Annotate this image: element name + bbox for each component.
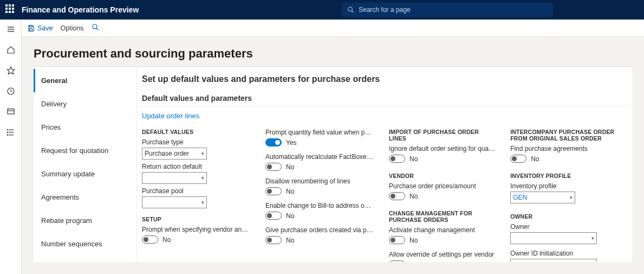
svg-point-14 (7, 135, 8, 135)
prompt-vendor-toggle[interactable] (142, 235, 158, 244)
top-nav: Finance and Operations Preview (0, 0, 644, 20)
col-default-values: DEFAULT VALUES Purchase type Purchase or… (142, 125, 250, 262)
find-pa-toggle[interactable] (510, 155, 526, 163)
owner-init-label: Owner ID initialization (510, 250, 627, 257)
tab-summary-update[interactable]: Summary update (34, 162, 136, 186)
save-button[interactable]: Save (27, 24, 53, 32)
auto-recalc-label: Automatically recalculate FactBoxes … (265, 153, 374, 161)
content-card: General Delivery Prices Request for quot… (34, 66, 632, 262)
svg-point-12 (7, 130, 8, 130)
prompt-qty-toggle[interactable] (265, 138, 282, 146)
group-inventory-profile: INVENTORY PROFILE (510, 173, 627, 179)
page-title: Procurement and sourcing parameters (34, 47, 632, 61)
purchase-pool-select[interactable]: ▾ (142, 196, 207, 208)
activate-cm-value: No (409, 237, 418, 244)
chevron-down-icon: ▾ (570, 195, 573, 200)
prompt-qty-label: Prompt quantity field value when p… (265, 129, 374, 136)
auto-recalc-toggle[interactable] (265, 163, 282, 171)
svg-line-18 (96, 28, 98, 30)
tab-agreements[interactable]: Agreements (34, 186, 136, 209)
owner-init-select[interactable]: Do not initialize ▾ (510, 259, 597, 262)
find-pa-value: No (531, 155, 539, 163)
star-icon[interactable] (4, 64, 17, 77)
brand-title: Finance and Operations Preview (22, 5, 139, 14)
search-icon (347, 6, 354, 14)
activate-cm-label: Activate change management (389, 226, 495, 234)
tab-number-sequences[interactable]: Number sequences (34, 232, 136, 256)
svg-rect-15 (30, 25, 32, 27)
tab-general[interactable]: General (34, 69, 136, 92)
po-prices-value: No (409, 193, 418, 200)
prompt-vendor-value: No (162, 236, 171, 244)
chevron-down-icon: ▾ (201, 151, 204, 156)
owner-init-value: Do not initialize (513, 261, 557, 262)
activate-cm-toggle[interactable] (389, 236, 405, 244)
group-import: IMPORT OF PURCHASE ORDER LINES (389, 129, 495, 142)
enable-billto-toggle[interactable] (265, 212, 282, 220)
action-bar: Save Options (22, 20, 644, 37)
tab-rebate[interactable]: Rebate program (34, 209, 136, 232)
owner-label: Owner (510, 223, 627, 231)
group-default-values: DEFAULT VALUES (142, 129, 250, 135)
purchase-pool-label: Purchase pool (142, 187, 250, 195)
purchase-type-value: Purchase order (145, 150, 189, 157)
tab-rfq[interactable]: Request for quotation (34, 139, 136, 162)
home-icon[interactable] (4, 43, 17, 56)
auto-recalc-value: No (286, 163, 294, 171)
po-prices-label: Purchase order prices/amount (389, 182, 495, 190)
group-owner: OWNER (510, 213, 627, 220)
col-middle: Prompt quantity field value when p… Yes … (265, 125, 374, 262)
ignore-default-toggle[interactable] (389, 155, 405, 163)
tab-delivery[interactable]: Delivery (34, 92, 136, 116)
prompt-qty-value: Yes (286, 139, 297, 146)
give-po-toggle[interactable] (265, 236, 282, 244)
left-rail (0, 20, 22, 274)
vertical-tabs: General Delivery Prices Request for quot… (34, 67, 136, 262)
return-action-label: Return action default (142, 163, 250, 170)
disallow-renum-toggle[interactable] (265, 187, 282, 195)
global-search[interactable] (342, 3, 553, 17)
return-action-select[interactable]: ▾ (142, 172, 207, 184)
prompt-vendor-label: Prompt when specifying vendor and… (142, 226, 250, 233)
group-setup: SETUP (142, 216, 250, 222)
svg-marker-5 (7, 67, 14, 74)
svg-point-13 (7, 132, 8, 132)
form-pane: Set up default values and parameters for… (136, 67, 632, 262)
svg-line-1 (352, 11, 353, 12)
ignore-default-value: No (409, 155, 418, 163)
app-launcher-icon[interactable] (5, 4, 16, 15)
inv-profile-select[interactable]: GEN ▾ (510, 192, 575, 203)
save-icon (27, 24, 35, 32)
page-header: Procurement and sourcing parameters (22, 37, 644, 66)
modules-icon[interactable] (4, 126, 17, 139)
disallow-renum-value: No (286, 188, 294, 195)
hamburger-icon[interactable] (4, 23, 17, 36)
svg-point-17 (92, 24, 96, 29)
svg-point-0 (348, 7, 353, 11)
options-button[interactable]: Options (61, 24, 84, 32)
group-intercompany: INTERCOMPANY PURCHASE ORDER FROM ORIGINA… (510, 129, 627, 142)
owner-select[interactable]: ▾ (510, 232, 597, 244)
update-order-lines-link[interactable]: Update order lines (140, 110, 201, 125)
chevron-down-icon: ▾ (201, 200, 204, 205)
tab-prices[interactable]: Prices (34, 116, 136, 139)
allow-override-toggle[interactable] (389, 260, 405, 262)
give-po-label: Give purchase orders created via pu… (265, 226, 374, 234)
pane-title: Set up default values and parameters for… (140, 72, 629, 90)
action-search-icon[interactable] (92, 23, 99, 33)
svg-rect-7 (8, 109, 14, 114)
workspace-icon[interactable] (4, 105, 17, 118)
disallow-renum-label: Disallow renumbering of lines (265, 177, 374, 185)
allow-override-value: No (409, 261, 418, 263)
section-title: Default values and parameters (140, 90, 629, 106)
group-vendor: VENDOR (389, 173, 495, 179)
enable-billto-value: No (286, 212, 294, 220)
po-prices-toggle[interactable] (389, 192, 405, 200)
inv-profile-label: Inventory profile (510, 182, 627, 190)
col-intercompany-owner: INTERCOMPANY PURCHASE ORDER FROM ORIGINA… (510, 125, 627, 262)
recent-icon[interactable] (4, 85, 17, 98)
ignore-default-label: Ignore default order setting for qua… (389, 145, 495, 152)
purchase-type-select[interactable]: Purchase order ▾ (142, 148, 207, 160)
purchase-type-label: Purchase type (142, 138, 250, 146)
global-search-input[interactable] (359, 6, 548, 14)
